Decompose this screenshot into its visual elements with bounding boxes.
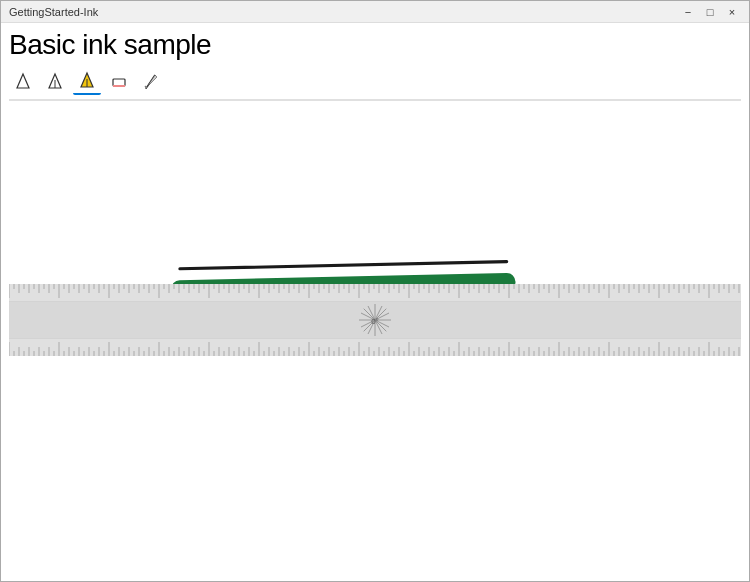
content-area: Basic ink sample: [1, 23, 749, 581]
svg-rect-16: [9, 338, 741, 356]
ruler[interactable]: // Ticks drawn below via JS: [9, 284, 741, 356]
minimize-button[interactable]: −: [679, 4, 697, 20]
maximize-button[interactable]: □: [701, 4, 719, 20]
page-title: Basic ink sample: [9, 29, 741, 61]
pen-3-icon: [78, 71, 96, 89]
window-controls: − □ ×: [679, 4, 741, 20]
close-button[interactable]: ×: [723, 4, 741, 20]
svg-line-10: [180, 262, 507, 269]
angle-indicator: 0°: [355, 300, 395, 340]
svg-rect-5: [113, 79, 125, 86]
pen-1-icon: [14, 72, 32, 90]
eraser-icon: [110, 72, 128, 90]
ruler-body: // Ticks drawn below via JS: [9, 284, 741, 356]
angle-dial-icon: 0°: [355, 300, 395, 340]
title-bar: GettingStarted-Ink − □ ×: [1, 1, 749, 23]
canvas-area[interactable]: // Ticks drawn below via JS: [9, 109, 741, 573]
svg-text:0°: 0°: [371, 317, 379, 326]
pen-tool-3-button[interactable]: [73, 67, 101, 95]
eraser-tool-button[interactable]: [105, 67, 133, 95]
svg-marker-0: [17, 74, 29, 88]
ruler-bottom-ticks: [9, 338, 741, 356]
toolbar: [9, 67, 741, 101]
ruler-center: 0°: [9, 302, 741, 338]
pencil-icon: [142, 72, 160, 90]
pen-2-icon: [46, 72, 64, 90]
pencil-tool-button[interactable]: [137, 67, 165, 95]
window-title: GettingStarted-Ink: [9, 6, 98, 18]
svg-marker-9: [145, 75, 157, 89]
pen-tool-1-button[interactable]: [9, 67, 37, 95]
pen-tool-2-button[interactable]: [41, 67, 69, 95]
main-window: GettingStarted-Ink − □ × Basic ink sampl…: [0, 0, 750, 582]
